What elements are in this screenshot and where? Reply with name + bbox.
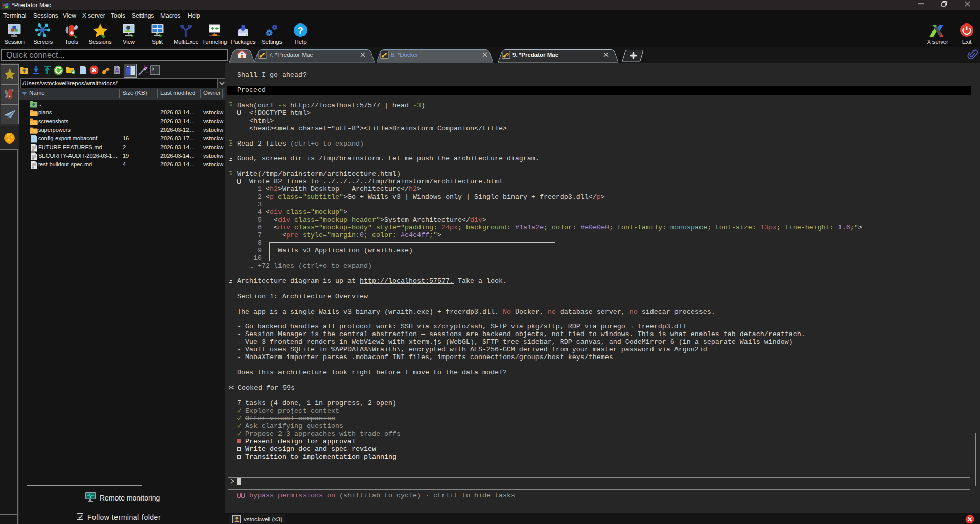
svg-text:8. *Docker: 8. *Docker	[391, 52, 418, 58]
svg-text:?: ?	[297, 25, 304, 36]
svg-text:A: A	[115, 67, 119, 74]
svg-text:7. *Predator Mac: 7. *Predator Mac	[269, 52, 313, 58]
svg-text:9. *Predator Mac: 9. *Predator Mac	[512, 52, 559, 58]
